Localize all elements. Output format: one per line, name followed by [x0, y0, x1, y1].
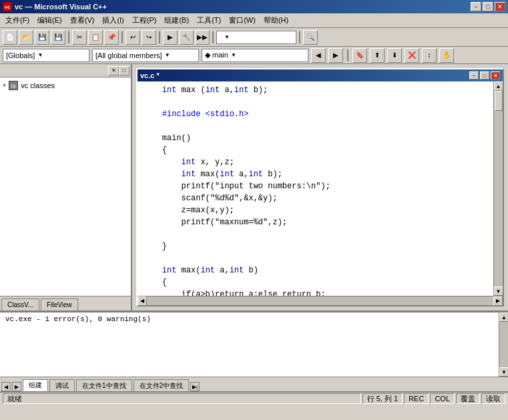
- scroll-up-btn[interactable]: ▲: [494, 81, 503, 91]
- menu-build[interactable]: 组建(B): [160, 14, 193, 27]
- status-read: 读取: [481, 393, 505, 404]
- hand-button[interactable]: ✋: [439, 48, 454, 63]
- tabs-end-btn[interactable]: ▶|: [190, 382, 200, 391]
- output-scroll-down[interactable]: ▼: [499, 367, 508, 377]
- output-scroll-track[interactable]: [499, 322, 508, 367]
- code-content: int max (int a,int b); #include <stdio.h…: [138, 81, 503, 296]
- config-combo[interactable]: ▼: [216, 31, 296, 44]
- tab-classview[interactable]: ClassV...: [1, 298, 39, 310]
- members-dropdown[interactable]: [All global members] ▼: [92, 49, 199, 62]
- toolbar-sep3: [159, 31, 160, 43]
- build-button[interactable]: 🔧: [179, 30, 194, 45]
- run-button[interactable]: ▶▶: [195, 30, 210, 45]
- tab-build[interactable]: 组建: [23, 379, 48, 391]
- right-panel: vc.c * − □ ✕ int max (int a,int b); #inc…: [132, 64, 508, 310]
- redo-button[interactable]: ↪: [142, 30, 156, 45]
- config-arrow: ▼: [224, 34, 230, 40]
- scroll-track[interactable]: [494, 91, 503, 286]
- bookmark-next[interactable]: ⬇: [387, 48, 402, 63]
- compile-button[interactable]: ▶: [163, 30, 178, 45]
- arrow-button[interactable]: ↕: [422, 48, 437, 63]
- close-button[interactable]: ✕: [495, 2, 505, 11]
- app-title: vc — Microsoft Visual C++: [15, 3, 107, 11]
- undock-panel-btn[interactable]: □: [119, 66, 130, 75]
- output-scrollbar[interactable]: ▲ ▼: [499, 312, 508, 377]
- undo-button[interactable]: ↩: [125, 30, 140, 45]
- code-minimize-btn[interactable]: −: [469, 71, 479, 79]
- scroll-left-btn[interactable]: ◀: [138, 296, 147, 306]
- maximize-button[interactable]: □: [483, 2, 493, 11]
- output-panel: vc.exe - 1 error(s), 0 warning(s) ▲ ▼ ◀ …: [0, 311, 508, 391]
- menu-bar: 文件(F) 编辑(E) 查看(V) 插入(I) 工程(P) 组建(B) 工具(T…: [0, 13, 508, 28]
- tree-folder-icon: 🗂: [9, 81, 18, 90]
- members-arrow: ▼: [165, 52, 170, 58]
- left-panel-tabs: ClassV... FileView: [0, 296, 131, 310]
- globals-dropdown[interactable]: [Globals] ▼: [3, 49, 89, 62]
- open-button[interactable]: 📂: [19, 30, 33, 45]
- dropdown-bar: [Globals] ▼ [All global members] ▼ ◆ mai…: [0, 47, 508, 64]
- status-line: 行 5, 列 1: [362, 393, 403, 404]
- menu-view[interactable]: 查看(V): [66, 14, 99, 27]
- status-bar: 就绪 行 5, 列 1 REC COL 覆盖 读取: [0, 391, 508, 405]
- tab-debug[interactable]: 调试: [49, 379, 75, 391]
- menu-window[interactable]: 窗口(W): [225, 14, 260, 27]
- save-button[interactable]: 💾: [35, 30, 49, 45]
- paste-button[interactable]: 📌: [104, 30, 119, 45]
- nav-button2[interactable]: ▶: [328, 48, 343, 63]
- globals-label: [Globals]: [6, 51, 35, 59]
- scroll-thumb[interactable]: [495, 91, 503, 111]
- members-label: [All global members]: [95, 51, 162, 59]
- tab-debug-label: 调试: [55, 381, 69, 391]
- cut-button[interactable]: ✂: [72, 30, 87, 45]
- tabs-prev-btn[interactable]: ◀: [1, 382, 11, 391]
- find-button[interactable]: 🔍: [303, 30, 318, 45]
- copy-button[interactable]: 📋: [88, 30, 103, 45]
- func-dropdown[interactable]: ◆ main ▼: [202, 49, 308, 62]
- nav-button1[interactable]: ◀: [311, 48, 326, 63]
- tab-fileview-label: FileView: [47, 301, 72, 308]
- tree-expand-icon[interactable]: +: [3, 82, 6, 89]
- menu-edit[interactable]: 编辑(E): [33, 14, 66, 27]
- tree-root[interactable]: + 🗂 vc classes: [3, 80, 128, 91]
- code-scrollbar-vertical[interactable]: ▲ ▼: [493, 81, 503, 296]
- title-bar-left: vc vc — Microsoft Visual C++: [3, 2, 107, 11]
- output-tabs: ◀ ▶ 组建 调试 在文件1中查找 在文件2中查找 ▶|: [0, 377, 508, 391]
- code-title-controls: − □ ✕: [469, 71, 500, 79]
- menu-help[interactable]: 帮助(H): [260, 14, 292, 27]
- code-editor[interactable]: int max (int a,int b); #include <stdio.h…: [138, 81, 493, 296]
- code-title-bar: vc.c * − □ ✕: [138, 69, 503, 81]
- new-button[interactable]: 📄: [3, 30, 17, 45]
- left-panel-content: + 🗂 vc classes: [0, 77, 131, 296]
- func-label: ◆ main: [205, 51, 228, 59]
- tab-build-label: 组建: [29, 381, 42, 390]
- tabs-next-btn[interactable]: ▶: [12, 382, 21, 391]
- code-close-btn[interactable]: ✕: [491, 71, 500, 79]
- scroll-track-h[interactable]: [147, 296, 493, 305]
- output-scroll-up[interactable]: ▲: [499, 312, 508, 322]
- code-maximize-btn[interactable]: □: [480, 71, 489, 79]
- toolbar-sep4: [212, 31, 214, 43]
- code-window-title: vc.c *: [140, 71, 160, 79]
- scroll-right-btn[interactable]: ▶: [493, 296, 503, 306]
- menu-file[interactable]: 文件(F): [1, 14, 33, 27]
- left-panel: ✕ □ + 🗂 vc classes ClassV... FileView: [0, 64, 132, 310]
- bookmark-button[interactable]: 🔖: [352, 48, 367, 63]
- save-all-button[interactable]: 💾: [51, 30, 65, 45]
- tab-find1[interactable]: 在文件1中查找: [76, 379, 132, 391]
- tab-find1-label: 在文件1中查找: [82, 381, 126, 391]
- tab-find2[interactable]: 在文件2中查找: [134, 379, 190, 391]
- scroll-down-btn[interactable]: ▼: [494, 286, 503, 296]
- code-scrollbar-horizontal[interactable]: ◀ ▶: [138, 296, 503, 305]
- menu-insert[interactable]: 插入(I): [98, 14, 128, 27]
- minimize-button[interactable]: −: [471, 2, 481, 11]
- config-label: [220, 33, 222, 41]
- error-button[interactable]: ❌: [405, 48, 419, 63]
- app-icon: vc: [3, 2, 12, 11]
- func-arrow: ▼: [231, 52, 236, 58]
- menu-tools[interactable]: 工具(T): [193, 14, 225, 27]
- toolbar: 📄 📂 💾 💾 ✂ 📋 📌 ↩ ↪ ▶ 🔧 ▶▶ ▼ 🔍: [0, 28, 508, 47]
- menu-project[interactable]: 工程(P): [128, 14, 161, 27]
- bookmark-prev[interactable]: ⬆: [370, 48, 385, 63]
- close-panel-btn[interactable]: ✕: [108, 66, 119, 75]
- tab-fileview[interactable]: FileView: [41, 298, 78, 310]
